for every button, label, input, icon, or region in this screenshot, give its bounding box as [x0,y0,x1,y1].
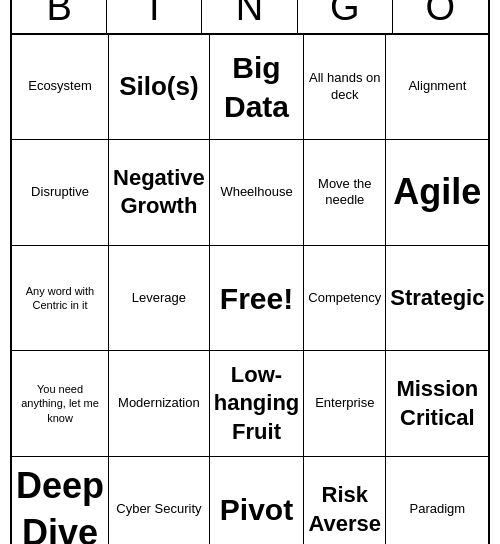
header-letter: N [202,0,297,33]
header-letter: I [107,0,202,33]
bingo-cell: Disruptive [12,140,109,246]
bingo-cell: Paradigm [386,457,488,544]
bingo-cell: Alignment [386,35,488,141]
bingo-cell: Strategic [386,246,488,352]
bingo-cell: Competency [304,246,386,352]
bingo-cell: Mission Critical [386,351,488,457]
bingo-cell: Agile [386,140,488,246]
bingo-cell: Deep Dive [12,457,109,544]
bingo-cell: All hands on deck [304,35,386,141]
header-letter: G [298,0,393,33]
bingo-cell: Ecosystem [12,35,109,141]
bingo-cell: Any word with Centric in it [12,246,109,352]
header-letter: B [12,0,107,33]
bingo-cell: Free! [210,246,305,352]
bingo-grid: EcosystemSilo(s)Big DataAll hands on dec… [12,35,488,544]
bingo-cell: Silo(s) [109,35,210,141]
bingo-cell: Move the needle [304,140,386,246]
bingo-cell: Cyber Security [109,457,210,544]
bingo-cell: You need anything, let me know [12,351,109,457]
bingo-cell: Low-hanging Fruit [210,351,305,457]
bingo-cell: Pivot [210,457,305,544]
header-letter: O [393,0,488,33]
bingo-cell: Enterprise [304,351,386,457]
bingo-cell: Big Data [210,35,305,141]
bingo-header: BINGO [12,0,488,35]
bingo-cell: Leverage [109,246,210,352]
bingo-cell: Modernization [109,351,210,457]
bingo-cell: Risk Averse [304,457,386,544]
bingo-card: BINGO EcosystemSilo(s)Big DataAll hands … [10,0,490,544]
bingo-cell: Negative Growth [109,140,210,246]
bingo-cell: Wheelhouse [210,140,305,246]
